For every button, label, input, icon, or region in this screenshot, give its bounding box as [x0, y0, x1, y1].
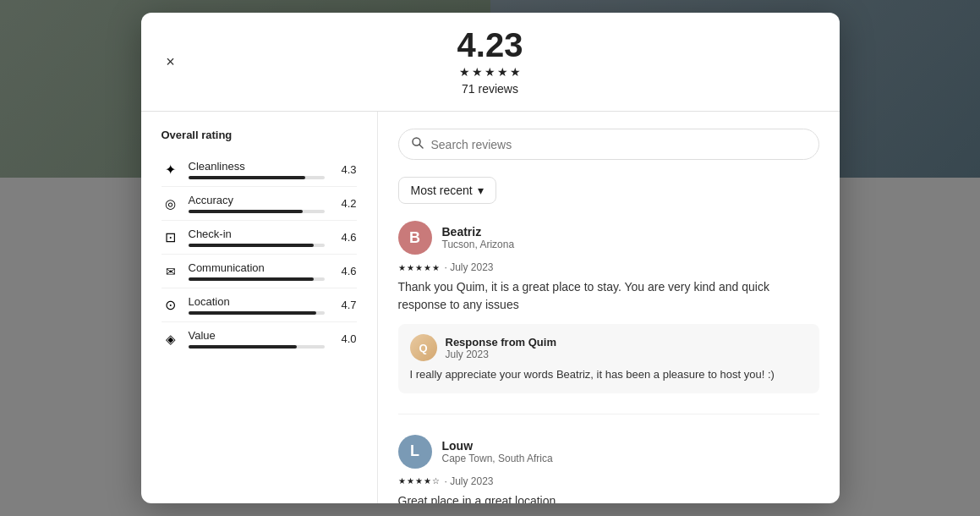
- search-icon: [411, 136, 424, 152]
- star-5: ★: [510, 65, 521, 79]
- sort-chevron-icon: ▾: [478, 184, 484, 197]
- star-1: ★: [459, 65, 470, 79]
- review-text-beatriz: Thank you Quim, it is a great place to s…: [398, 278, 819, 314]
- avatar-img-beatriz: B: [398, 221, 432, 255]
- review-star-5: ★: [432, 263, 440, 272]
- rating-bar-info-value: Value: [189, 329, 325, 349]
- rating-icon-location: [162, 296, 180, 315]
- sort-button[interactable]: Most recent ▾: [398, 177, 496, 204]
- rating-icon-checkin: [162, 228, 180, 247]
- rating-icon-communication: [162, 262, 180, 281]
- rating-icon-cleanliness: [162, 161, 180, 179]
- modal-reviews-count: 71 reviews: [462, 82, 518, 96]
- avatar-img-louw: L: [398, 435, 432, 469]
- response-block-beatriz: Q Response from Quim July 2023 I really …: [398, 324, 819, 393]
- sort-label: Most recent: [411, 184, 473, 197]
- rating-bar-track-communication: [189, 277, 325, 281]
- sort-row: Most recent ▾: [398, 177, 819, 204]
- reviews-modal: × 4.23 ★ ★ ★ ★ ★ 71 reviews Overall rati…: [141, 13, 840, 503]
- response-avatar: Q: [410, 334, 437, 361]
- modal-stars: ★ ★ ★ ★ ★: [459, 65, 521, 79]
- cleanliness-icon: [165, 162, 176, 178]
- rating-bar-fill-communication: [189, 277, 314, 281]
- rating-bar-fill-accuracy: [189, 210, 303, 213]
- rating-bar-value-communication: 4.6: [333, 265, 357, 277]
- rating-bar-info-cleanliness: Cleanliness: [189, 160, 325, 179]
- review-star-1: ★: [398, 263, 406, 272]
- review-stars-date-louw: ★★★★☆ · July 2023: [398, 475, 819, 487]
- rating-bar-fill-value: [189, 345, 298, 349]
- rating-bar-label-accuracy: Accuracy: [189, 194, 325, 206]
- modal-close-button[interactable]: ×: [158, 49, 183, 74]
- rating-bar-row-communication: Communication 4.6: [162, 255, 357, 288]
- rating-bar-info-location: Location: [189, 295, 325, 315]
- review-star-3: ★: [415, 263, 423, 272]
- rating-bar-track-location: [189, 311, 325, 315]
- rating-bar-label-cleanliness: Cleanliness: [189, 160, 325, 173]
- rating-bar-track-cleanliness: [189, 176, 325, 179]
- reviewer-info-louw: Louw Cape Town, South Africa: [442, 439, 819, 464]
- star-4: ★: [497, 65, 508, 79]
- rating-bar-value-accuracy: 4.2: [333, 197, 357, 210]
- rating-icon-value: [162, 330, 180, 349]
- rating-bar-row-accuracy: Accuracy 4.2: [162, 187, 357, 221]
- review-stars-date-beatriz: ★★★★★ · July 2023: [398, 261, 819, 273]
- rating-bar-fill-checkin: [189, 244, 314, 247]
- rating-bar-label-communication: Communication: [189, 261, 325, 274]
- reviewer-avatar-beatriz: B: [398, 221, 432, 255]
- search-box: [398, 129, 819, 160]
- svg-line-1: [419, 145, 423, 148]
- review-star-2: ★: [407, 263, 414, 272]
- rating-bar-label-checkin: Check-in: [189, 228, 325, 240]
- rating-bar-track-accuracy: [189, 210, 325, 213]
- value-icon: [166, 332, 176, 347]
- accuracy-icon: [165, 196, 176, 211]
- reviewer-location-beatriz: Tucson, Arizona: [442, 239, 819, 250]
- rating-bar-value-value: 4.0: [333, 332, 357, 345]
- modal-body: Overall rating Cleanliness 4.3 Accuracy: [141, 112, 840, 503]
- review-date: · July 2023: [445, 475, 494, 487]
- response-text: I really appreciate your words Beatriz, …: [410, 366, 808, 383]
- modal-rating-number: 4.23: [457, 28, 523, 62]
- review-item-beatriz: B Beatriz Tucson, Arizona ★★★★★ · July 2…: [398, 221, 819, 414]
- rating-bar-fill-cleanliness: [189, 176, 305, 179]
- rating-icon-accuracy: [162, 195, 180, 213]
- response-info: Response from Quim July 2023: [446, 336, 556, 360]
- reviewer-avatar-louw: L: [398, 435, 432, 469]
- response-header: Q Response from Quim July 2023: [410, 334, 808, 361]
- modal-title-section: 4.23 ★ ★ ★ ★ ★ 71 reviews: [457, 28, 523, 96]
- rating-bar-track-checkin: [189, 244, 325, 247]
- reviewer-name-louw: Louw: [442, 439, 819, 453]
- rating-bar-row-location: Location 4.7: [162, 288, 357, 322]
- review-star-4: ★: [424, 263, 431, 272]
- reviewer-location-louw: Cape Town, South Africa: [442, 453, 819, 464]
- star-3: ★: [485, 65, 495, 79]
- review-star-5: ☆: [432, 476, 440, 486]
- reviewer-header-louw: L Louw Cape Town, South Africa: [398, 435, 819, 469]
- rating-bars: Cleanliness 4.3 Accuracy 4.2 C: [162, 153, 357, 355]
- rating-bar-row-cleanliness: Cleanliness 4.3: [162, 153, 357, 187]
- rating-bar-value-cleanliness: 4.3: [333, 163, 357, 176]
- search-input[interactable]: [431, 138, 807, 151]
- location-icon: [165, 297, 176, 313]
- rating-bar-label-value: Value: [189, 329, 325, 342]
- review-star-2: ★: [407, 476, 414, 486]
- review-star-1: ★: [398, 476, 406, 486]
- modal-header: × 4.23 ★ ★ ★ ★ ★ 71 reviews: [141, 13, 840, 112]
- star-2: ★: [472, 65, 483, 79]
- backdrop: × 4.23 ★ ★ ★ ★ ★ 71 reviews Overall rati…: [0, 0, 980, 516]
- reviews-panel: Most recent ▾ B Beatriz Tucson, Arizona …: [378, 112, 840, 503]
- overall-label: Overall rating: [162, 129, 357, 141]
- rating-bar-info-accuracy: Accuracy: [189, 194, 325, 213]
- review-stars: ★★★★★: [398, 263, 440, 272]
- rating-bar-row-value: Value 4.0: [162, 322, 357, 355]
- reviewer-header-beatriz: B Beatriz Tucson, Arizona: [398, 221, 819, 255]
- review-star-4: ★: [424, 476, 431, 486]
- review-text-louw: Great place in a great location.: [398, 492, 819, 504]
- review-stars: ★★★★☆: [398, 476, 440, 486]
- rating-bar-value-checkin: 4.6: [333, 231, 357, 244]
- rating-bar-row-checkin: Check-in 4.6: [162, 221, 357, 255]
- communication-icon: [166, 264, 176, 279]
- rating-bar-label-location: Location: [189, 295, 325, 308]
- rating-bar-fill-location: [189, 311, 316, 315]
